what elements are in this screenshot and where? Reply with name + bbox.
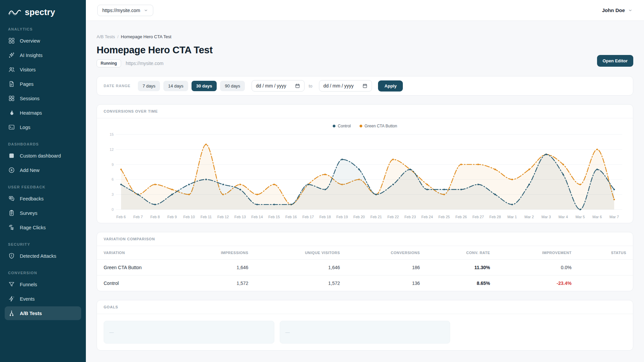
sidebar-item-label: Custom dashboard [20, 153, 61, 159]
svg-text:Feb 19: Feb 19 [336, 215, 348, 219]
document-icon [8, 80, 15, 87]
sidebar-item-rage-clicks[interactable]: Rage Clicks [5, 221, 81, 234]
svg-text:Feb 18: Feb 18 [319, 215, 331, 219]
cell-unique-visitors: 1,572 [255, 276, 346, 291]
chevron-down-icon [144, 8, 148, 13]
svg-text:Feb 17: Feb 17 [302, 215, 314, 219]
range-chip-30-days[interactable]: 30 days [192, 81, 217, 91]
svg-text:Feb 22: Feb 22 [387, 215, 399, 219]
grid-icon [8, 37, 15, 44]
user-name: John Doe [602, 7, 625, 13]
wave-logo-icon [8, 8, 21, 17]
sidebar-item-logs[interactable]: Logs [5, 120, 81, 134]
cell-conversions: 136 [347, 276, 427, 291]
svg-text:Feb 21: Feb 21 [370, 215, 382, 219]
sidebar-item-label: Add New [20, 168, 40, 173]
flame-icon [8, 109, 15, 116]
sidebar-item-ai-insights[interactable]: AI Insights [5, 48, 81, 62]
goals-card: GOALS —— [97, 300, 633, 351]
cell-variation: Green CTA Button [97, 260, 167, 276]
sidebar-item-custom-dashboard[interactable]: Custom dashboard [5, 149, 81, 163]
svg-text:Feb 16: Feb 16 [285, 215, 297, 219]
sidebar-item-overview[interactable]: Overview [5, 34, 81, 48]
date-from-placeholder: dd / mm / yyyy [256, 83, 286, 88]
svg-text:Feb 27: Feb 27 [472, 215, 484, 219]
funnel-icon [8, 281, 15, 288]
goals-grid: —— [97, 314, 633, 350]
sidebar-item-surveys[interactable]: Surveys [5, 206, 81, 220]
column-header-status: STATUS [578, 246, 633, 260]
column-header-unique-visitors: UNIQUE VISITORS [255, 246, 346, 260]
svg-text:Feb 14: Feb 14 [251, 215, 263, 219]
sidebar: spectry ANALYTICSOverviewAI InsightsVisi… [0, 0, 86, 362]
table-body: Green CTA Button1,6461,64618611.30%0.0%C… [97, 260, 633, 291]
sidebar-section-dashboards: DASHBOARDSCustom dashboardAdd New [0, 142, 86, 177]
svg-text:Feb 28: Feb 28 [489, 215, 501, 219]
sidebar-section-conversion: CONVERSIONFunnelsEventsA/B Tests [0, 271, 86, 320]
goals-card-title: GOALS [97, 300, 633, 314]
range-chip-90-days[interactable]: 90 days [220, 81, 245, 91]
cell-conv-rate: 8.65% [427, 276, 497, 291]
goal-placeholder-box: — [104, 321, 274, 344]
sidebar-item-detected-attacks[interactable]: Detected Attacks [5, 249, 81, 263]
date-from-input[interactable]: dd / mm / yyyy [252, 80, 305, 92]
date-to-input[interactable]: dd / mm / yyyy [319, 80, 372, 92]
svg-text:Feb 7: Feb 7 [133, 215, 143, 219]
sidebar-item-events[interactable]: Events [5, 292, 81, 306]
table-row-control: Control1,5721,5721368.65%-23.4% [97, 276, 633, 291]
legend-label: Green CTA Button [365, 124, 397, 128]
cell-unique-visitors: 1,646 [255, 260, 346, 276]
apply-button[interactable]: Apply [378, 80, 403, 92]
svg-text:15: 15 [110, 132, 114, 136]
page-header: Homepage Hero CTA Test Running https://m… [97, 45, 633, 67]
legend-item-green-cta-button[interactable]: Green CTA Button [360, 124, 397, 128]
table-header-row: VARIATIONIMPRESSIONSUNIQUE VISITORSCONVE… [97, 246, 633, 260]
open-editor-button[interactable]: Open Editor [597, 55, 633, 67]
chart-legend: ControlGreen CTA Button [97, 124, 633, 128]
column-header-variation: VARIATION [97, 246, 167, 260]
sidebar-section-user-feedback: USER FEEDBACKFeedbacksSurveysRage Clicks [0, 185, 86, 234]
page-title: Homepage Hero CTA Test [97, 45, 633, 56]
svg-text:Feb 10: Feb 10 [183, 215, 195, 219]
legend-dot-icon [360, 125, 362, 127]
sidebar-item-label: Funnels [20, 282, 37, 287]
sidebar-item-visitors[interactable]: Visitors [5, 63, 81, 76]
clipboard-icon [8, 209, 15, 217]
sidebar-item-label: A/B Tests [20, 311, 42, 316]
svg-text:Feb 26: Feb 26 [455, 215, 467, 219]
sidebar-item-label: Visitors [20, 67, 36, 72]
site-selector-value: https://mysite.com [102, 8, 140, 13]
date-range-card: DATE RANGE 7 days14 days30 days90 days d… [97, 76, 633, 96]
sidebar-item-add-new[interactable]: Add New [5, 163, 81, 177]
svg-text:Feb 20: Feb 20 [354, 215, 365, 219]
sidebar-item-label: Sessions [20, 96, 40, 101]
svg-text:Feb 8: Feb 8 [150, 215, 160, 219]
sidebar-item-a-b-tests[interactable]: A/B Tests [5, 306, 81, 320]
svg-text:6: 6 [112, 177, 114, 181]
site-url: https://mysite.com [126, 61, 164, 66]
range-chip-7-days[interactable]: 7 days [138, 81, 160, 91]
range-chip-14-days[interactable]: 14 days [163, 81, 188, 91]
sidebar-item-funnels[interactable]: Funnels [5, 278, 81, 291]
site-selector[interactable]: https://mysite.com [97, 5, 153, 16]
svg-text:Feb 24: Feb 24 [421, 215, 433, 219]
svg-text:Mar 7: Mar 7 [609, 215, 619, 219]
sidebar-section-label: USER FEEDBACK [0, 185, 86, 189]
sidebar-nav: ANALYTICSOverviewAI InsightsVisitorsPage… [0, 27, 86, 320]
sidebar-item-label: Overview [20, 38, 40, 44]
breadcrumb-current: Homepage Hero CTA Test [121, 34, 171, 39]
legend-item-control[interactable]: Control [333, 124, 351, 128]
sidebar-item-sessions[interactable]: Sessions [5, 92, 81, 105]
goal-placeholder-box: — [280, 321, 450, 344]
sidebar-section-analytics: ANALYTICSOverviewAI InsightsVisitorsPage… [0, 27, 86, 134]
breadcrumb-ab-tests[interactable]: A/B Tests [97, 34, 115, 39]
shield-alert-icon [8, 252, 15, 259]
range-chips: 7 days14 days30 days90 days [138, 81, 245, 91]
sidebar-item-feedbacks[interactable]: Feedbacks [5, 192, 81, 205]
split-icon [8, 310, 15, 317]
user-menu[interactable]: John Doe [602, 7, 633, 13]
sidebar-item-pages[interactable]: Pages [5, 77, 81, 91]
sidebar-item-heatmaps[interactable]: Heatmaps [5, 106, 81, 120]
bolt-icon [8, 295, 15, 302]
date-to-placeholder: dd / mm / yyyy [323, 83, 354, 88]
